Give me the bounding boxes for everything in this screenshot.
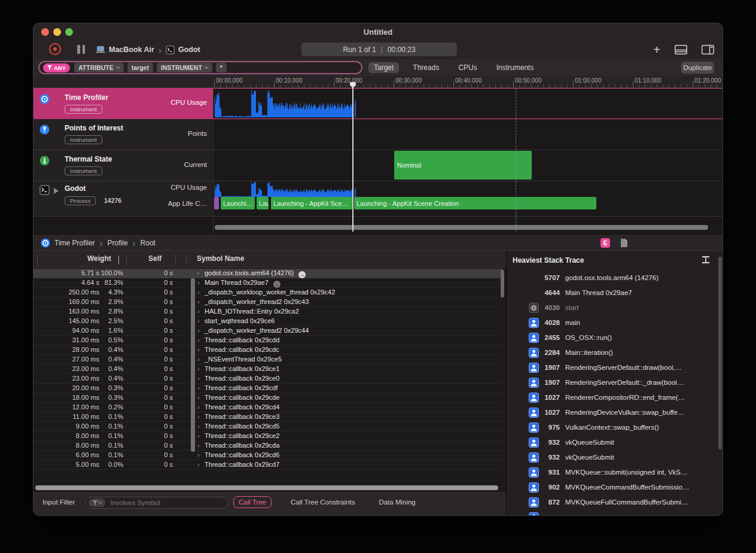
call-tree-row[interactable]: 250.00 ms4.3%0 s›_dispatch_workloop_work…	[33, 288, 503, 297]
detail-tab-call-tree[interactable]: Call Tree	[233, 496, 272, 508]
column-self[interactable]: Self	[148, 254, 161, 263]
call-tree-row[interactable]: 4.00 ms0.0%0 s›Thread::callback 0x29cdb	[33, 470, 503, 471]
track-points-of-interest[interactable]: Points of Interest Instrument Points	[33, 118, 213, 150]
table-horizontal-scrollbar[interactable]	[35, 485, 498, 490]
disclosure-chevron-icon[interactable]: ›	[197, 461, 200, 468]
stack-panel-scrollbar[interactable]	[718, 257, 722, 449]
disclosure-chevron-icon[interactable]: ›	[197, 336, 200, 344]
call-tree-row[interactable]: 11.00 ms0.1%0 s›Thread::callback 0x29ce3	[33, 412, 503, 422]
call-tree-row[interactable]: 8.00 ms0.1%0 s›Thread::callback 0x29cda	[33, 441, 503, 451]
call-tree-row[interactable]: 169.00 ms2.9%0 s›_dispatch_worker_thread…	[33, 297, 503, 307]
duplicate-button[interactable]: Duplicate	[681, 62, 714, 74]
filter-token-instrument[interactable]: INSTRUMENT	[157, 63, 212, 72]
disclosure-chevron-icon[interactable]: ›	[195, 272, 202, 275]
focus-arrow-icon[interactable]: →	[273, 281, 281, 288]
call-tree-row[interactable]: 27.00 ms0.4%0 s›_NSEventThread 0x29ce5	[33, 355, 503, 364]
disclosure-chevron-icon[interactable]: ›	[197, 375, 200, 382]
call-tree-row[interactable]: 12.00 ms0.2%0 s›Thread::callback 0x29cd4	[33, 403, 503, 412]
filter-token-[interactable]: *	[216, 63, 227, 72]
add-instrument-button[interactable]: +	[653, 44, 660, 56]
stack-trace-entry[interactable]: 1027RendererCompositorRD::end_frame(…	[507, 391, 717, 406]
call-tree-row[interactable]: 8.00 ms0.1%0 s›Thread::callback 0x29ce2	[33, 432, 503, 441]
strategy-target[interactable]: Target	[368, 62, 399, 73]
disclosure-chevron-icon[interactable]: ›	[197, 403, 200, 411]
stack-trace-entry[interactable]: 931MVKQueue::submit(unsigned int, VkS…	[507, 466, 717, 481]
stack-trace-entry[interactable]: 5707godot.osx.tools.arm64 (14276)	[507, 271, 717, 286]
stack-trace-entry[interactable]: 902MVKQueueCommandBufferSubmissio…	[507, 481, 717, 496]
track-thermal-state[interactable]: Thermal State Instrument Current	[33, 150, 213, 181]
filter-token-attribute[interactable]: ATTRIBUTE	[74, 63, 124, 72]
disclosure-chevron-icon[interactable]: ›	[197, 346, 200, 353]
extended-detail-tab[interactable]: E	[600, 238, 610, 248]
disclosure-chevron-icon[interactable]: ›	[197, 279, 200, 286]
strategy-cpus[interactable]: CPUs	[453, 62, 482, 73]
disclosure-chevron-icon[interactable]: ›	[197, 413, 200, 420]
stack-trace-entry[interactable]: 932vkQueueSubmit	[507, 451, 717, 466]
pause-button[interactable]	[77, 45, 85, 54]
focus-arrow-icon[interactable]: →	[298, 271, 306, 278]
disclosure-chevron-icon[interactable]: ›	[197, 365, 200, 372]
call-tree-row[interactable]: 20.00 ms0.3%0 s›Thread::callback 0x29cdf	[33, 384, 503, 393]
disclosure-chevron-icon[interactable]: ›	[197, 356, 200, 363]
disclosure-chevron-icon[interactable]: ›	[197, 451, 200, 458]
stack-trace-entry[interactable]: 2455OS_OSX::run()	[507, 331, 717, 346]
detail-tab-data-mining[interactable]: Data Mining	[374, 497, 420, 508]
disclosure-chevron-icon[interactable]: ›	[197, 327, 200, 334]
column-symbol-name[interactable]: Symbol Name	[197, 254, 244, 263]
stack-trace-entry[interactable]: 932vkQueueSubmit	[507, 436, 717, 451]
filter-token-target[interactable]: target	[127, 63, 153, 72]
lifecycle-phase-bar[interactable]: Launching - AppKit Scene Creation	[354, 197, 596, 209]
stack-trace-entry[interactable]: 1907RenderingServerDefault::draw(bool,…	[507, 361, 717, 376]
call-tree-row[interactable]: 6.00 ms0.1%0 s›Thread::callback 0x29cd6	[33, 451, 503, 460]
target-selector[interactable]: MacBook Air › Godot	[96, 40, 200, 59]
stack-trace-entry[interactable]: 4030start	[507, 301, 717, 316]
breadcrumb-item-focus[interactable]: Root	[141, 239, 156, 247]
call-tree-row[interactable]: 145.00 ms2.5%0 s›start_wqthread 0x29ce6	[33, 317, 503, 326]
disclosure-chevron-icon[interactable]: ›	[197, 384, 200, 391]
disclosure-chevron-icon[interactable]: ›	[197, 317, 200, 324]
call-tree-row[interactable]: 163.00 ms2.8%0 s›HALB_IOThread::Entry 0x…	[33, 307, 503, 317]
breadcrumb-item-instrument[interactable]: Time Profiler	[54, 239, 95, 247]
stack-trace-entry[interactable]: 4028main	[507, 316, 717, 331]
call-tree-row[interactable]: 31.00 ms0.5%0 s›Thread::callback 0x29cdd	[33, 336, 503, 345]
breadcrumb-item-detail[interactable]: Profile	[108, 239, 128, 247]
stack-trace-entry[interactable]: 1027RenderingDeviceVulkan::swap_buffe…	[507, 406, 717, 421]
any-filter-pill[interactable]: ANY	[43, 63, 70, 72]
stack-trace-entry[interactable]: 4644Main Thread 0x29ae7	[507, 286, 717, 301]
lifecycle-launch-marker[interactable]	[214, 197, 219, 209]
call-tree-row[interactable]: 28.00 ms0.4%0 s›Thread::callback 0x29cdc	[33, 345, 503, 355]
call-tree-row[interactable]: 4.64 s81.3%0 s›Main Thread 0x29ae7→	[33, 278, 503, 288]
strategy-instruments[interactable]: Instruments	[491, 62, 539, 73]
disclosure-chevron-icon[interactable]: ›	[197, 298, 200, 305]
symbol-filter-input[interactable]: Involves Symbol	[86, 497, 228, 509]
run-status-display[interactable]: Run 1 of 1 | 00:00:23	[301, 42, 457, 56]
call-tree-row[interactable]: 5.00 ms0.0%0 s›Thread::callback 0x29cd7	[33, 460, 503, 470]
stack-trace-entry[interactable]: 2284Main::iteration()	[507, 346, 717, 361]
playhead-line[interactable]	[352, 82, 353, 232]
lifecycle-phase-bar[interactable]: Launchi…	[221, 197, 255, 209]
timeline-ruler[interactable]: 00:00.00000:10.00000:20.00000:30.00000:4…	[33, 76, 723, 88]
call-tree-row[interactable]: 18.00 ms0.3%0 s›Thread::callback 0x29cde	[33, 393, 503, 403]
disclosure-chevron-icon[interactable]: ›	[197, 470, 200, 471]
stack-trace-entry[interactable]: 1907RenderingServerDefault::_draw(bool…	[507, 376, 717, 391]
detail-tab-call-tree-constraints[interactable]: Call Tree Constraints	[286, 497, 359, 508]
disclosure-chevron-icon[interactable]: ›	[197, 432, 200, 439]
call-tree-row[interactable]: 5.71 s100.0%0 s›godot.osx.tools.arm64 (1…	[33, 269, 503, 278]
column-weight[interactable]: Weight	[87, 254, 111, 263]
filter-scope-pill[interactable]	[89, 499, 105, 507]
track-time-profiler[interactable]: Time Profiler Instrument CPU Usage	[33, 88, 213, 118]
sort-chevron-icon[interactable]	[118, 256, 119, 264]
disclosure-chevron-icon[interactable]: ›	[197, 423, 200, 430]
disclosure-triangle-icon[interactable]	[54, 188, 59, 194]
bottom-panel-toggle-icon[interactable]	[675, 45, 687, 54]
disclosure-chevron-icon[interactable]: ›	[197, 308, 200, 315]
lifecycle-phase-bar[interactable]: Launching - AppKit Sce…	[271, 197, 352, 209]
right-panel-toggle-icon[interactable]	[702, 45, 714, 54]
description-tab-icon[interactable]	[620, 238, 628, 248]
tracks-horizontal-scrollbar[interactable]	[215, 225, 708, 230]
collapse-stack-icon[interactable]	[702, 256, 710, 264]
disclosure-chevron-icon[interactable]: ›	[197, 394, 200, 401]
disclosure-chevron-icon[interactable]: ›	[197, 442, 200, 449]
call-tree-row[interactable]: 23.00 ms0.4%0 s›Thread::callback 0x29ce1	[33, 364, 503, 374]
record-button[interactable]	[49, 43, 61, 55]
